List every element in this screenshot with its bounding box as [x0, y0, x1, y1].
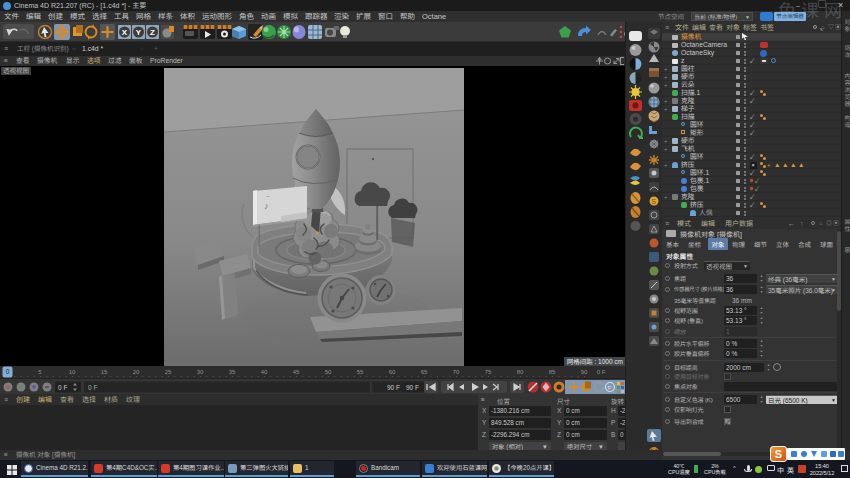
svg-text:S: S	[652, 198, 657, 205]
svg-text:85: 85	[549, 369, 556, 375]
svg-text:70: 70	[453, 369, 460, 375]
svg-text:20: 20	[133, 369, 140, 375]
svg-text:X: X	[122, 28, 128, 37]
svg-text:35: 35	[229, 369, 236, 375]
svg-text:0 F: 0 F	[597, 369, 606, 375]
svg-text:P: P	[608, 385, 612, 391]
svg-text:~: ~	[266, 193, 270, 199]
svg-text:60: 60	[389, 369, 396, 375]
svg-text:90 F: 90 F	[406, 384, 419, 391]
svg-text:10: 10	[69, 369, 76, 375]
svg-text:Y: Y	[136, 28, 142, 37]
svg-text:45: 45	[293, 369, 300, 375]
svg-text:80: 80	[517, 369, 524, 375]
svg-text:25: 25	[165, 369, 172, 375]
svg-text:65: 65	[421, 369, 428, 375]
svg-text:40: 40	[261, 369, 268, 375]
svg-text:30: 30	[197, 369, 204, 375]
svg-text:50: 50	[325, 369, 332, 375]
svg-text:75: 75	[485, 369, 492, 375]
svg-text:♪: ♪	[264, 201, 269, 211]
svg-text:0 F: 0 F	[58, 384, 67, 391]
svg-text:90 F: 90 F	[387, 384, 400, 391]
svg-text:0: 0	[6, 368, 10, 375]
svg-text:15: 15	[101, 369, 108, 375]
svg-text:Z: Z	[150, 28, 155, 37]
svg-text:0 F: 0 F	[88, 384, 97, 391]
svg-text:90: 90	[581, 369, 588, 375]
svg-text:55: 55	[357, 369, 364, 375]
